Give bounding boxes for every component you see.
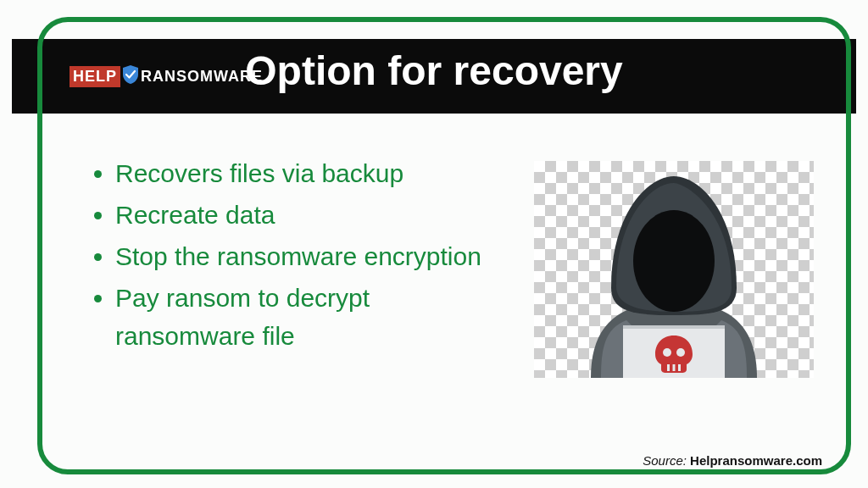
list-item: Recovers files via backup [115, 152, 493, 194]
svg-point-4 [663, 348, 671, 357]
svg-point-5 [676, 348, 685, 357]
source-label: Source: [643, 453, 690, 468]
hacker-icon [567, 161, 781, 378]
hacker-illustration [534, 161, 814, 378]
svg-rect-8 [678, 364, 681, 371]
list-item: Stop the ransomware encryption [115, 236, 493, 277]
shield-icon [122, 65, 139, 88]
page-title: Option for recovery [245, 47, 622, 94]
logo: HELP RANSOMWARE [70, 65, 263, 88]
list-item: Recreate data [115, 194, 493, 236]
list-item: Pay ransom to decrypt ransomware file [115, 277, 493, 357]
svg-rect-3 [623, 325, 725, 329]
svg-rect-7 [673, 364, 676, 371]
source-site: Helpransomware.com [690, 453, 822, 468]
svg-rect-6 [667, 364, 670, 371]
svg-point-0 [633, 210, 715, 312]
logo-help: HELP [70, 66, 120, 87]
bullet-list: Recovers files via backup Recreate data … [86, 152, 493, 357]
source-credit: Source: Helpransomware.com [643, 453, 822, 468]
